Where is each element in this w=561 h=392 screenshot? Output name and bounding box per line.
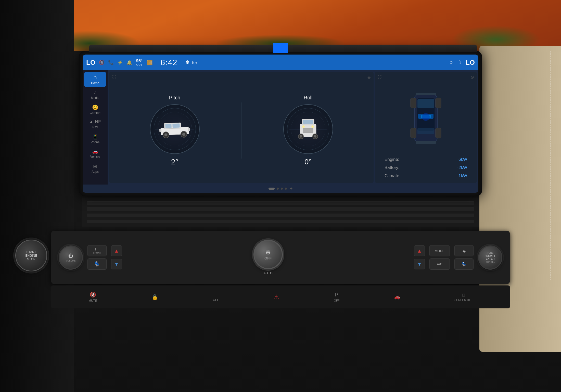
- rear-heat-btn[interactable]: 💺: [87, 258, 107, 270]
- off-icon: —: [214, 292, 218, 297]
- svg-rect-8: [159, 129, 161, 132]
- temp-label: OUT: [136, 63, 142, 66]
- front-heat-btn[interactable]: ⋮⋮ FRONT: [87, 245, 107, 256]
- svg-rect-23: [417, 128, 434, 134]
- sidebar-item-vehicle[interactable]: 🚗 Vehicle: [84, 147, 106, 161]
- climate-row: Climate: 1kW: [380, 172, 471, 180]
- dot-4[interactable]: [285, 188, 287, 190]
- pitch-value: 2°: [171, 158, 178, 166]
- vehicle-settings-icon[interactable]: ◎: [471, 75, 474, 79]
- front-heat-label: FRONT: [93, 252, 101, 254]
- screen-off-btn[interactable]: ◻ SCREEN OFF: [454, 292, 473, 302]
- mute-label: MUTE: [88, 299, 97, 303]
- seat-icon: 💺: [94, 261, 100, 267]
- volume-knob[interactable]: ⏻ VOLUME: [59, 245, 83, 270]
- bluetooth-icon: ⚡: [117, 60, 123, 65]
- volume-power-icon: ⏻: [68, 253, 73, 259]
- svg-rect-32: [416, 141, 436, 144]
- hazard-btn[interactable]: ⚠: [274, 293, 279, 300]
- park-btn[interactable]: P OFF: [334, 292, 339, 302]
- dot-plus[interactable]: +: [290, 186, 293, 191]
- svg-rect-2: [165, 124, 172, 128]
- expand-icon-vehicle[interactable]: ⛶: [378, 75, 381, 79]
- fan-off-label: OFF: [264, 256, 272, 260]
- fan-knob[interactable]: ❋ OFF: [253, 240, 283, 269]
- fan-speed: 65: [192, 60, 197, 66]
- ac-btn[interactable]: A/C: [429, 258, 450, 270]
- svg-rect-26: [411, 128, 416, 138]
- right-seat-buttons: ⬙ 💺: [454, 245, 474, 270]
- ac-label: A/C: [437, 262, 442, 266]
- lock-btn[interactable]: 🔒: [152, 294, 158, 300]
- screen: LO 🔇 📞 ⚡ 🔔 95° OUT 📶 6:42 ❄ 65 ○: [83, 55, 478, 193]
- mode-label: MODE: [435, 249, 445, 253]
- left-panel: [0, 0, 74, 392]
- sidebar: ⌂ Home ♪ Media 😊 Comfort ▲ NE Nav 📱: [83, 70, 108, 185]
- temp-value: 95°: [136, 59, 142, 63]
- up-arrow-btn[interactable]: ▲: [111, 245, 122, 256]
- browse-label: BROWSEENTER: [484, 255, 496, 260]
- dot-1[interactable]: [269, 188, 275, 190]
- home-icon: ⌂: [93, 74, 97, 81]
- defrost-icon: ⬙: [463, 249, 466, 253]
- apps-label: Apps: [92, 170, 98, 174]
- right-down-arrow[interactable]: ▼: [414, 259, 425, 269]
- down-arrow-btn[interactable]: ▼: [111, 259, 122, 269]
- svg-point-14: [300, 135, 302, 138]
- right-up-arrow[interactable]: ▲: [414, 245, 425, 256]
- bell-icon: 🔔: [126, 60, 132, 65]
- auto-label: AUTO: [263, 271, 273, 275]
- pitch-label: Pitch: [169, 95, 180, 101]
- vent-slat-2: [87, 207, 474, 211]
- lock-icon: 🔒: [152, 294, 158, 300]
- start-line1: START: [26, 250, 36, 254]
- phone-icon: 📞: [108, 60, 114, 65]
- tow-btn[interactable]: 🚗: [394, 294, 400, 300]
- volume-label: VOLUME: [66, 259, 75, 262]
- engine-label: Engine:: [385, 157, 399, 162]
- off-btn[interactable]: — OFF: [213, 292, 219, 302]
- dot-3[interactable]: [281, 188, 283, 190]
- tune-label: TUNE: [487, 252, 493, 254]
- start-line2: ENGINE: [25, 254, 37, 257]
- svg-rect-3: [172, 123, 180, 128]
- screen-off-label: SCREEN OFF: [454, 298, 473, 302]
- pitch-car-svg: [157, 120, 193, 139]
- rear-defrost-btn[interactable]: ⬙: [454, 245, 474, 256]
- svg-point-18: [302, 125, 305, 128]
- start-engine-button[interactable]: START ENGINE STOP: [15, 240, 47, 271]
- seat-stitching: [550, 51, 551, 280]
- sidebar-item-comfort[interactable]: 😊 Comfort: [84, 102, 106, 117]
- svg-point-30: [422, 113, 430, 121]
- tune-knob[interactable]: TUNE BROWSEENTER SCROLL: [478, 245, 502, 270]
- vent-area: [82, 198, 479, 227]
- media-icon: ♪: [94, 89, 96, 95]
- dot-2[interactable]: [277, 188, 279, 190]
- pitch-roll-panel: ⛶ ◎ Pitch: [109, 72, 374, 183]
- right-seat-btn[interactable]: 💺: [454, 258, 474, 270]
- vent-slat-1: [87, 201, 474, 205]
- sidebar-item-phone[interactable]: 📱 Phone: [84, 132, 106, 146]
- left-lo-badge: LO: [86, 59, 95, 67]
- pitch-circle: [150, 104, 200, 154]
- roll-car-svg: [298, 114, 318, 145]
- sidebar-item-home[interactable]: ⌂ Home: [84, 72, 106, 87]
- wifi-icon: 📶: [146, 59, 153, 66]
- park-icon: P: [335, 292, 338, 298]
- start-line3: STOP: [27, 257, 35, 261]
- screen-icon: ◻: [462, 292, 465, 297]
- fan-control: ❋ OFF AUTO: [126, 240, 410, 275]
- mute-btn[interactable]: 🔇 MUTE: [88, 292, 97, 303]
- roll-label: Roll: [304, 95, 312, 101]
- sidebar-item-nav[interactable]: ▲ NE Nav: [84, 117, 106, 131]
- screen-bezel: LO 🔇 📞 ⚡ 🔔 95° OUT 📶 6:42 ❄ 65 ○: [79, 51, 482, 196]
- volume-icon: 🔇: [99, 60, 105, 65]
- mode-btn[interactable]: MODE: [429, 245, 450, 256]
- sidebar-item-apps[interactable]: ⊞ Apps: [84, 161, 106, 176]
- climate-value: 1kW: [458, 173, 467, 178]
- media-label: Media: [91, 96, 99, 100]
- moon-icon: ☽: [457, 59, 462, 66]
- temperature-display: 95° OUT: [136, 59, 142, 66]
- expand-icon-tl[interactable]: ⛶: [112, 75, 116, 79]
- sidebar-item-media[interactable]: ♪ Media: [84, 87, 106, 102]
